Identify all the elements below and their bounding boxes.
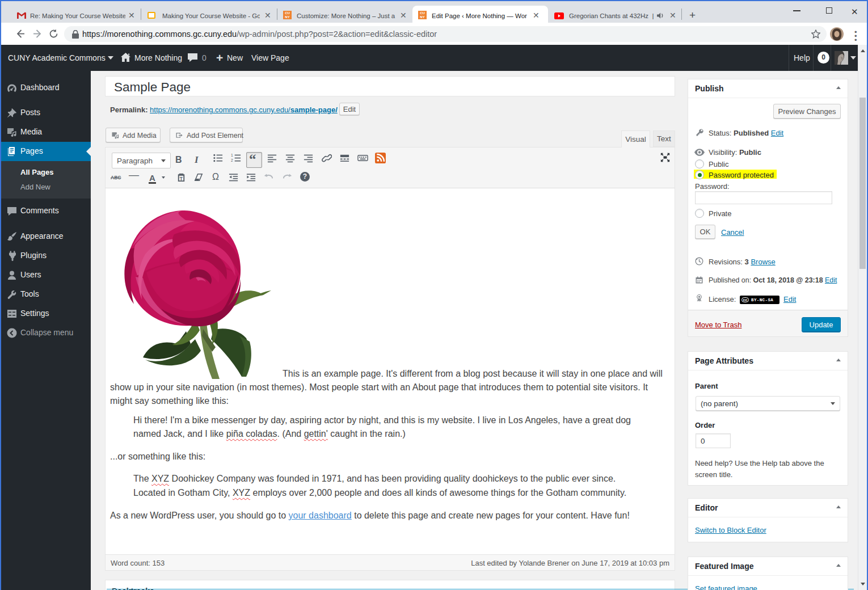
svg-text:T: T [180, 176, 183, 182]
svg-text:1: 1 [231, 153, 233, 157]
svg-text:2: 2 [231, 158, 233, 162]
